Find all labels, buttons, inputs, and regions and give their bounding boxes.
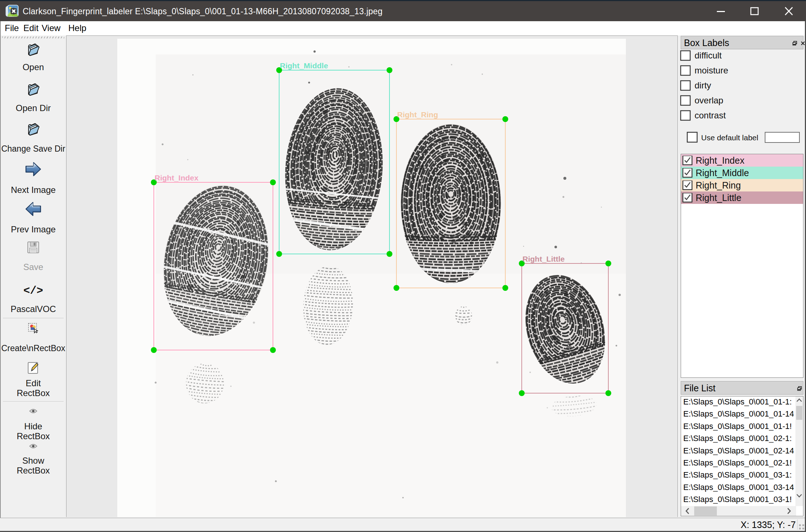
svg-text:dirty: dirty (695, 80, 711, 90)
svg-text:Right_Little: Right_Little (522, 255, 565, 263)
svg-text:contrast: contrast (695, 110, 726, 120)
svg-text:Right_Index: Right_Index (155, 174, 198, 182)
svg-text:difficult: difficult (695, 50, 722, 60)
svg-text:moisture: moisture (695, 65, 728, 75)
svg-text:Right_Ring: Right_Ring (397, 110, 438, 119)
svg-text:overlap: overlap (695, 95, 723, 105)
svg-text:Right_Middle: Right_Middle (280, 61, 328, 70)
svg-text:Use default label: Use default label (701, 133, 758, 142)
